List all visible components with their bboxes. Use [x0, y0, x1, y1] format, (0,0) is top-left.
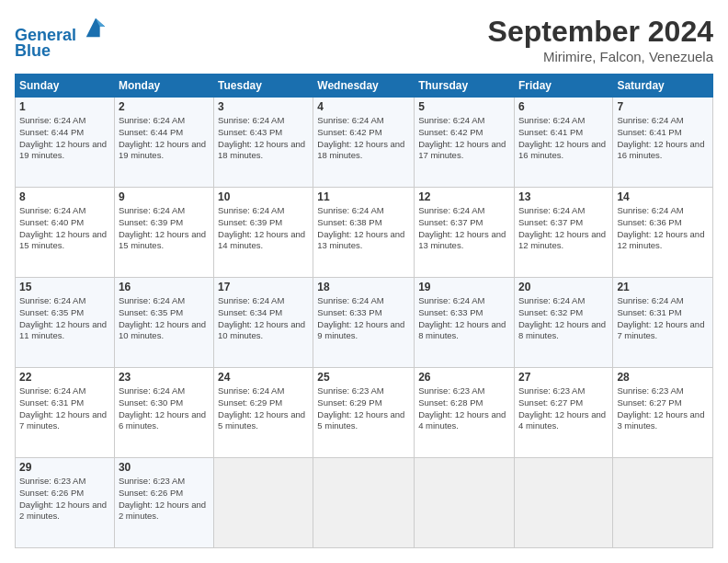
calendar: Sunday Monday Tuesday Wednesday Thursday… [15, 74, 713, 548]
day-info: Sunrise: 6:24 AM Sunset: 6:33 PM Dayligh… [317, 295, 410, 342]
day-info: Sunrise: 6:24 AM Sunset: 6:34 PM Dayligh… [218, 295, 309, 342]
calendar-cell: 1 Sunrise: 6:24 AM Sunset: 6:44 PM Dayli… [16, 98, 115, 188]
day-number: 28 [617, 371, 709, 384]
day-info: Sunrise: 6:23 AM Sunset: 6:27 PM Dayligh… [617, 385, 709, 432]
header-friday: Friday [514, 75, 612, 98]
day-info: Sunrise: 6:24 AM Sunset: 6:35 PM Dayligh… [19, 295, 110, 342]
calendar-cell: 9 Sunrise: 6:24 AM Sunset: 6:39 PM Dayli… [114, 188, 213, 278]
day-number: 4 [317, 100, 410, 113]
day-info: Sunrise: 6:23 AM Sunset: 6:26 PM Dayligh… [19, 476, 110, 523]
day-info: Sunrise: 6:24 AM Sunset: 6:40 PM Dayligh… [19, 205, 110, 252]
calendar-cell: 16 Sunrise: 6:24 AM Sunset: 6:35 PM Dayl… [114, 278, 213, 368]
location: Mirimire, Falcon, Venezuela [488, 49, 713, 64]
logo-icon [83, 15, 108, 40]
day-info: Sunrise: 6:24 AM Sunset: 6:29 PM Dayligh… [218, 385, 309, 432]
day-info: Sunrise: 6:24 AM Sunset: 6:41 PM Dayligh… [617, 115, 709, 162]
day-info: Sunrise: 6:24 AM Sunset: 6:32 PM Dayligh… [518, 295, 609, 342]
day-number: 17 [218, 281, 309, 293]
day-number: 3 [218, 100, 309, 113]
day-info: Sunrise: 6:24 AM Sunset: 6:44 PM Dayligh… [19, 115, 110, 162]
day-number: 27 [518, 371, 609, 384]
calendar-cell [613, 458, 713, 548]
header-tuesday: Tuesday [214, 75, 313, 98]
day-info: Sunrise: 6:24 AM Sunset: 6:39 PM Dayligh… [119, 205, 210, 252]
page: General Blue September 2024 Mirimire, Fa… [0, 0, 728, 563]
header-thursday: Thursday [415, 75, 515, 98]
day-info: Sunrise: 6:24 AM Sunset: 6:35 PM Dayligh… [119, 295, 210, 342]
calendar-week-5: 29 Sunrise: 6:23 AM Sunset: 6:26 PM Dayl… [16, 458, 713, 548]
title-block: September 2024 Mirimire, Falcon, Venezue… [488, 15, 713, 64]
calendar-cell: 26 Sunrise: 6:23 AM Sunset: 6:28 PM Dayl… [415, 368, 515, 458]
day-info: Sunrise: 6:24 AM Sunset: 6:41 PM Dayligh… [518, 115, 609, 162]
calendar-cell: 3 Sunrise: 6:24 AM Sunset: 6:43 PM Dayli… [214, 98, 313, 188]
calendar-cell [214, 458, 313, 548]
calendar-cell: 20 Sunrise: 6:24 AM Sunset: 6:32 PM Dayl… [514, 278, 612, 368]
calendar-header-row: Sunday Monday Tuesday Wednesday Thursday… [16, 75, 713, 98]
calendar-cell: 6 Sunrise: 6:24 AM Sunset: 6:41 PM Dayli… [514, 98, 612, 188]
calendar-week-3: 15 Sunrise: 6:24 AM Sunset: 6:35 PM Dayl… [16, 278, 713, 368]
calendar-cell: 18 Sunrise: 6:24 AM Sunset: 6:33 PM Dayl… [313, 278, 415, 368]
day-number: 14 [617, 190, 709, 203]
month-title: September 2024 [488, 15, 713, 49]
logo-text: General [15, 15, 108, 45]
header: General Blue September 2024 Mirimire, Fa… [15, 15, 713, 64]
calendar-cell [313, 458, 415, 548]
calendar-cell: 5 Sunrise: 6:24 AM Sunset: 6:42 PM Dayli… [415, 98, 515, 188]
day-number: 1 [19, 100, 110, 113]
day-number: 18 [317, 281, 410, 293]
header-sunday: Sunday [16, 75, 115, 98]
day-number: 22 [19, 371, 110, 384]
header-wednesday: Wednesday [313, 75, 415, 98]
day-info: Sunrise: 6:24 AM Sunset: 6:43 PM Dayligh… [218, 115, 309, 162]
day-number: 11 [317, 190, 410, 203]
calendar-cell: 15 Sunrise: 6:24 AM Sunset: 6:35 PM Dayl… [16, 278, 115, 368]
calendar-cell: 29 Sunrise: 6:23 AM Sunset: 6:26 PM Dayl… [16, 458, 115, 548]
day-number: 9 [119, 190, 210, 203]
day-number: 6 [518, 100, 609, 113]
day-info: Sunrise: 6:23 AM Sunset: 6:26 PM Dayligh… [119, 476, 210, 523]
day-number: 20 [518, 281, 609, 293]
day-info: Sunrise: 6:24 AM Sunset: 6:42 PM Dayligh… [317, 115, 410, 162]
calendar-cell: 27 Sunrise: 6:23 AM Sunset: 6:27 PM Dayl… [514, 368, 612, 458]
day-info: Sunrise: 6:24 AM Sunset: 6:44 PM Dayligh… [119, 115, 210, 162]
day-number: 23 [119, 371, 210, 384]
day-number: 26 [418, 371, 510, 384]
day-info: Sunrise: 6:24 AM Sunset: 6:31 PM Dayligh… [19, 385, 110, 432]
day-number: 10 [218, 190, 309, 203]
calendar-cell: 28 Sunrise: 6:23 AM Sunset: 6:27 PM Dayl… [613, 368, 713, 458]
day-info: Sunrise: 6:24 AM Sunset: 6:36 PM Dayligh… [617, 205, 709, 252]
calendar-cell: 11 Sunrise: 6:24 AM Sunset: 6:38 PM Dayl… [313, 188, 415, 278]
calendar-cell [514, 458, 612, 548]
day-number: 25 [317, 371, 410, 384]
day-number: 29 [19, 461, 110, 474]
day-info: Sunrise: 6:24 AM Sunset: 6:42 PM Dayligh… [418, 115, 510, 162]
day-info: Sunrise: 6:24 AM Sunset: 6:39 PM Dayligh… [218, 205, 309, 252]
day-info: Sunrise: 6:24 AM Sunset: 6:37 PM Dayligh… [418, 205, 510, 252]
day-info: Sunrise: 6:24 AM Sunset: 6:33 PM Dayligh… [418, 295, 510, 342]
calendar-cell: 4 Sunrise: 6:24 AM Sunset: 6:42 PM Dayli… [313, 98, 415, 188]
calendar-cell: 25 Sunrise: 6:23 AM Sunset: 6:29 PM Dayl… [313, 368, 415, 458]
day-number: 8 [19, 190, 110, 203]
calendar-cell: 23 Sunrise: 6:24 AM Sunset: 6:30 PM Dayl… [114, 368, 213, 458]
calendar-cell: 21 Sunrise: 6:24 AM Sunset: 6:31 PM Dayl… [613, 278, 713, 368]
day-info: Sunrise: 6:24 AM Sunset: 6:37 PM Dayligh… [518, 205, 609, 252]
day-number: 21 [617, 281, 709, 293]
svg-marker-0 [86, 18, 106, 38]
day-number: 24 [218, 371, 309, 384]
day-info: Sunrise: 6:24 AM Sunset: 6:38 PM Dayligh… [317, 205, 410, 252]
day-info: Sunrise: 6:23 AM Sunset: 6:27 PM Dayligh… [518, 385, 609, 432]
calendar-cell: 7 Sunrise: 6:24 AM Sunset: 6:41 PM Dayli… [613, 98, 713, 188]
calendar-cell: 10 Sunrise: 6:24 AM Sunset: 6:39 PM Dayl… [214, 188, 313, 278]
day-info: Sunrise: 6:24 AM Sunset: 6:31 PM Dayligh… [617, 295, 709, 342]
calendar-cell: 19 Sunrise: 6:24 AM Sunset: 6:33 PM Dayl… [415, 278, 515, 368]
day-info: Sunrise: 6:23 AM Sunset: 6:29 PM Dayligh… [317, 385, 410, 432]
calendar-cell: 17 Sunrise: 6:24 AM Sunset: 6:34 PM Dayl… [214, 278, 313, 368]
calendar-cell [415, 458, 515, 548]
day-number: 2 [119, 100, 210, 113]
day-number: 16 [119, 281, 210, 293]
day-number: 15 [19, 281, 110, 293]
calendar-cell: 24 Sunrise: 6:24 AM Sunset: 6:29 PM Dayl… [214, 368, 313, 458]
calendar-cell: 8 Sunrise: 6:24 AM Sunset: 6:40 PM Dayli… [16, 188, 115, 278]
day-number: 30 [119, 461, 210, 474]
header-monday: Monday [114, 75, 213, 98]
